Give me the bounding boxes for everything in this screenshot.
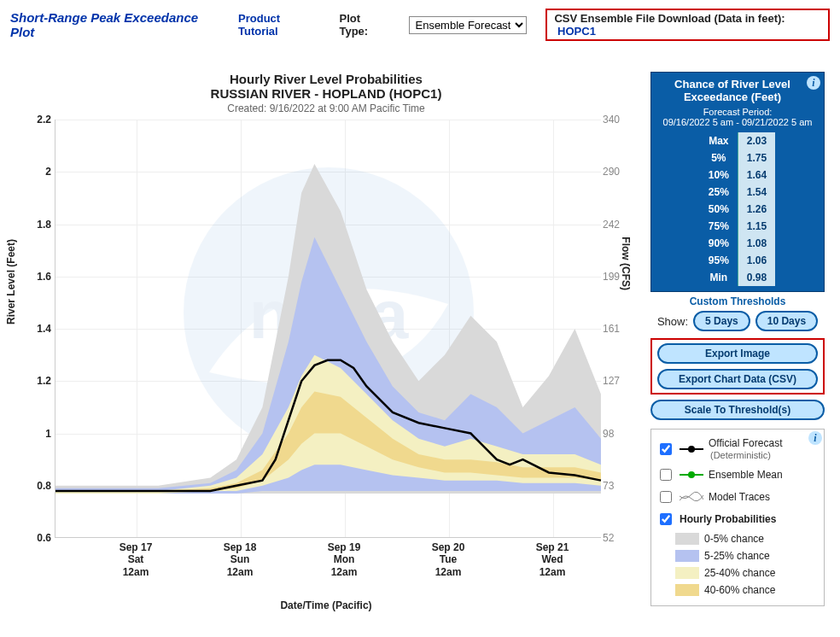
legend-ensemble-label: Ensemble Mean: [709, 469, 783, 481]
ytick-left: 1: [27, 428, 51, 440]
exceedance-row: 10%1.64: [700, 167, 775, 184]
ensemble-mean-icon: [680, 469, 703, 481]
swatch-5-25-icon: [675, 550, 699, 562]
page-title: Short-Range Peak Exceedance Plot: [10, 10, 219, 39]
ytick-left: 0.8: [27, 480, 51, 492]
legend-official-label: Official Forecast: [709, 437, 782, 449]
official-forecast-icon: [680, 443, 703, 455]
exceedance-label: 10%: [700, 167, 738, 184]
exceedance-value: 1.64: [738, 167, 775, 184]
export-csv-button[interactable]: Export Chart Data (CSV): [657, 369, 818, 389]
hourly-prob-checkbox[interactable]: [660, 513, 672, 525]
exceed-header-2: Exceedance (Feet): [684, 91, 781, 103]
ytick-right: 127: [603, 375, 627, 387]
exceedance-value: 1.26: [738, 201, 775, 218]
custom-thresholds-link[interactable]: Custom Thresholds: [650, 295, 825, 307]
swatch-40-60-icon: [675, 584, 699, 596]
exceedance-value: 1.06: [738, 252, 775, 269]
scale-threshold-button[interactable]: Scale To Threshold(s): [650, 400, 825, 420]
xtick: Sep 17Sat12am: [93, 541, 178, 578]
legend-official-sub: (Deterministic): [710, 450, 771, 460]
ytick-right: 52: [603, 532, 627, 544]
chart-plot[interactable]: River Level (Feet) Flow (CFS) 2.2 2 1.8 …: [10, 120, 625, 564]
legend-band-4: 40-60% chance: [704, 584, 775, 596]
exceedance-table: Max2.035%1.7510%1.6425%1.5450%1.2675%1.1…: [700, 132, 775, 286]
exceedance-row: Min0.98: [700, 269, 775, 286]
swatch-0-5-icon: [675, 533, 699, 545]
xtick: Sep 18Sun12am: [197, 541, 283, 578]
exceedance-row: 90%1.08: [700, 235, 775, 252]
exceed-period: 09/16/2022 5 am - 09/21/2022 5 am: [663, 117, 813, 127]
csv-download-label: CSV Ensemble File Download (Data in feet…: [554, 12, 785, 25]
exceed-period-label: Forecast Period:: [703, 107, 773, 117]
plot-type-label: Plot Type:: [339, 12, 390, 38]
exceedance-value: 1.15: [738, 218, 775, 235]
exceedance-box: Chance of River Level Exceedance (Feet) …: [650, 72, 825, 292]
ytick-right: 199: [603, 271, 627, 283]
ytick-left: 0.6: [27, 532, 51, 544]
exceedance-label: 95%: [700, 252, 738, 269]
exceedance-value: 0.98: [738, 269, 775, 286]
model-traces-checkbox[interactable]: [660, 491, 672, 503]
ytick-left: 2.2: [27, 114, 51, 126]
ytick-left: 2: [27, 166, 51, 178]
exceedance-label: 90%: [700, 235, 738, 252]
y-axis-left-label: River Level (Feet): [5, 239, 17, 324]
csv-download-box: CSV Ensemble File Download (Data in feet…: [545, 9, 830, 41]
ytick-left: 1.6: [27, 271, 51, 283]
xtick: Sep 21Wed12am: [510, 541, 595, 578]
legend-band-2: 5-25% chance: [704, 550, 770, 562]
csv-download-link[interactable]: HOPC1: [557, 25, 596, 38]
ytick-right: 242: [603, 219, 627, 231]
chart-created: Created: 9/16/2022 at 9:00 AM Pacific Ti…: [10, 102, 642, 114]
exceedance-row: 50%1.26: [700, 201, 775, 218]
chart-title-2: RUSSIAN RIVER - HOPLAND (HOPC1): [10, 86, 642, 101]
ytick-right: 340: [603, 114, 627, 126]
export-image-button[interactable]: Export Image: [657, 343, 818, 364]
exceedance-row: 5%1.75: [700, 149, 775, 167]
exceedance-row: 75%1.15: [700, 218, 775, 235]
ytick-left: 1.2: [27, 375, 51, 387]
show-row: Show: 5 Days 10 Days: [650, 311, 825, 331]
exceed-header-1: Chance of River Level: [674, 78, 790, 91]
chart-title-1: Hourly River Level Probabilities: [10, 72, 642, 86]
svg-point-5: [688, 471, 695, 478]
official-forecast-checkbox[interactable]: [660, 443, 672, 455]
exceedance-row: 25%1.54: [700, 184, 775, 201]
exceedance-label: 25%: [700, 184, 738, 201]
info-icon[interactable]: i: [808, 431, 822, 445]
xtick: Sep 20Tue12am: [405, 541, 491, 578]
product-tutorial-link[interactable]: Product Tutorial: [238, 12, 320, 38]
exceedance-value: 2.03: [738, 132, 775, 149]
ensemble-mean-checkbox[interactable]: [660, 469, 672, 481]
exceedance-label: 75%: [700, 218, 738, 235]
ytick-left: 1.8: [27, 219, 51, 231]
ytick-right: 290: [603, 166, 627, 178]
export-buttons-group: Export Image Export Chart Data (CSV): [650, 338, 825, 394]
x-axis-label: Date/Time (Pacific): [10, 599, 642, 611]
chart-area: Hourly River Level Probabilities RUSSIAN…: [10, 72, 642, 611]
legend-band-1: 0-5% chance: [704, 533, 764, 545]
legend-traces-label: Model Traces: [709, 491, 770, 503]
model-traces-icon: [680, 491, 703, 503]
show-5-days-button[interactable]: 5 Days: [693, 311, 750, 331]
exceedance-label: 50%: [700, 201, 738, 218]
swatch-25-40-icon: [675, 567, 699, 579]
chart-svg: [55, 120, 602, 538]
exceedance-value: 1.54: [738, 184, 775, 201]
exceedance-row: Max2.03: [700, 132, 775, 149]
side-panel: Chance of River Level Exceedance (Feet) …: [650, 72, 825, 611]
ytick-right: 161: [603, 323, 627, 335]
exceedance-label: 5%: [700, 149, 738, 167]
plot-type-select[interactable]: Ensemble Forecast: [409, 16, 527, 34]
info-icon[interactable]: i: [807, 76, 820, 90]
exceedance-label: Max: [700, 132, 738, 149]
show-label: Show:: [657, 315, 688, 328]
plot-inner[interactable]: noaa: [55, 120, 601, 538]
xtick: Sep 19Mon12am: [301, 541, 387, 578]
legend-hourly-label: Hourly Probabilities: [680, 513, 776, 525]
show-10-days-button[interactable]: 10 Days: [755, 311, 818, 331]
exceedance-value: 1.08: [738, 235, 775, 252]
ytick-left: 1.4: [27, 323, 51, 335]
exceedance-value: 1.75: [738, 149, 775, 167]
